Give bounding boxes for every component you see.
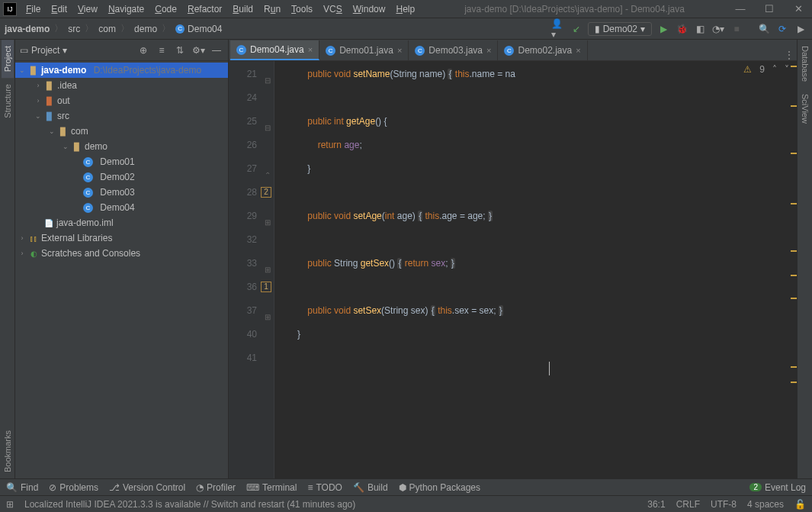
tool-profiler[interactable]: ◔ Profiler [196,482,236,493]
tree-scratches[interactable]: ›◐Scratches and Consoles [15,246,228,261]
menu-vcs[interactable]: VCS [319,2,347,16]
settings-icon[interactable]: ⚙▾ [191,43,205,57]
tab-demo01[interactable]: CDemo01.java× [319,40,409,60]
tree-idea-label: .idea [57,80,77,91]
tab-label: Demo02.java [518,45,572,56]
maximize-button[interactable]: ☐ [759,3,780,14]
status-indent[interactable]: 4 spaces [747,499,784,510]
close-button[interactable]: ✕ [788,3,809,14]
code-area[interactable]: 21⊟ 24 25⊟ 26 27⌃ 282 29⊞ 32 33⊞ 361 37⊞… [229,61,797,478]
tree-iml[interactable]: 📄java-demo.iml [15,215,228,230]
hide-icon[interactable]: — [210,43,223,57]
crumb-class[interactable]: Demo04 [188,24,222,34]
menu-tools[interactable]: Tools [287,2,317,16]
tree-out-label: out [57,95,70,106]
tool-problems[interactable]: ⊘ Problems [49,482,98,493]
close-icon[interactable]: × [397,46,402,55]
tree-root[interactable]: ⌄▉java-demo D:\IdeaProjects\java-demo [15,63,228,78]
run-button[interactable]: ▶ [656,22,670,36]
ide-features-button[interactable]: ▶ [794,22,807,36]
sig: () { [375,116,387,127]
stop-button[interactable]: ■ [730,22,743,36]
menu-file[interactable]: File [21,2,45,16]
crumb-com[interactable]: com [98,24,116,34]
status-line-separator[interactable]: CRLF [676,499,700,510]
status-readonly-icon[interactable]: 🔓 [794,499,806,510]
tool-find[interactable]: 🔍 Find [6,482,38,493]
tree-demo01[interactable]: C Demo01 [15,154,228,169]
status-window-icon[interactable]: ⊞ [6,499,14,510]
tab-demo03[interactable]: CDemo03.java× [409,40,498,60]
tree-idea[interactable]: ›▉.idea [15,78,228,93]
next-highlight-icon[interactable]: ˅ [785,64,789,75]
crumb-src[interactable]: src [68,24,80,34]
tree-demo[interactable]: ⌄▉demo [15,139,228,154]
tab-demo04[interactable]: CDemo04.java× [230,40,319,60]
status-caret-pos[interactable]: 36:1 [647,499,665,510]
tabs-more-icon[interactable]: ⋮ [782,50,797,60]
menu-build[interactable]: Build [228,2,258,16]
expand-all-icon[interactable]: ≡ [155,43,168,57]
class-icon: C [83,188,93,198]
minimize-button[interactable]: — [730,3,751,14]
tree-demo03[interactable]: C Demo03 [15,185,228,200]
project-view-selector[interactable]: ▭ Project ▾ [20,45,67,56]
search-button[interactable]: 🔍 [757,22,771,36]
tab-label: Demo04.java [250,44,304,55]
menu-view[interactable]: View [73,2,102,16]
status-message[interactable]: Localized IntelliJ IDEA 2021.3.3 is avai… [24,499,355,510]
close-icon[interactable]: × [308,45,313,54]
menu-refactor[interactable]: Refactor [183,2,226,16]
tab-demo02[interactable]: CDemo02.java× [498,40,587,60]
tool-bookmarks-tab[interactable]: Bookmarks [2,424,14,478]
profile-button[interactable]: ◔▾ [711,22,725,36]
tool-python[interactable]: ⬢ Python Packages [399,482,480,493]
menu-help[interactable]: Help [391,2,419,16]
user-icon[interactable]: 👤▾ [551,22,565,36]
inspection-badge[interactable]: ⚠9 ˄ ˅ [743,64,789,75]
tool-structure-tab[interactable]: Structure [2,78,14,124]
menu-navigate[interactable]: Navigate [104,2,149,16]
tree-out[interactable]: ›▉out [15,93,228,108]
tool-vcs[interactable]: ⎇ Version Control [109,482,185,493]
tool-terminal[interactable]: ⌨ Terminal [246,482,297,493]
tool-sciview-tab[interactable]: SciView [799,88,811,130]
main-menu: File Edit View Navigate Code Refactor Bu… [21,2,419,16]
menu-edit[interactable]: Edit [47,2,72,16]
error-stripe[interactable] [791,61,797,478]
tree-com[interactable]: ⌄▉com [15,124,228,139]
debug-button[interactable]: 🐞 [675,22,688,36]
tool-database-tab[interactable]: Database [799,40,811,88]
tool-todo[interactable]: ≡ TODO [307,482,342,493]
coverage-button[interactable]: ◧ [693,22,707,36]
usage-badge[interactable]: 1 [261,282,271,292]
tool-build[interactable]: 🔨 Build [353,482,388,493]
type: String [334,258,361,269]
select-opened-file-icon[interactable]: ⊕ [136,43,150,57]
close-icon[interactable]: × [576,46,580,55]
menu-code[interactable]: Code [150,2,181,16]
prev-highlight-icon[interactable]: ˄ [772,64,777,75]
expr: .sex = sex; [452,305,499,316]
code-text[interactable]: public void setName(String name) { this.… [274,61,797,478]
tool-project-tab[interactable]: Project [2,40,14,78]
crumb-demo[interactable]: demo [134,24,157,34]
usage-badge[interactable]: 2 [261,187,271,198]
tree-demo04[interactable]: C Demo04 [15,200,228,215]
menu-window[interactable]: Window [348,2,390,16]
tree-demo04-label: Demo04 [100,202,134,213]
status-encoding[interactable]: UTF-8 [711,499,737,510]
close-icon[interactable]: × [486,46,491,55]
method: getSex [361,258,389,269]
tree-demo02[interactable]: C Demo02 [15,169,228,185]
run-config-selector[interactable]: ▮ Demo02 ▾ [588,22,652,36]
tree-external[interactable]: ›⫿⫿External Libraries [15,230,228,246]
menu-run[interactable]: Run [259,2,285,16]
vcs-update-icon[interactable]: ↙ [570,22,583,36]
params: (String name) [390,69,448,79]
sync-button[interactable]: ⟳ [775,22,789,36]
tool-eventlog[interactable]: 2 Event Log [749,482,806,493]
crumb-project[interactable]: java-demo [5,24,50,34]
tree-src[interactable]: ⌄▉src [15,108,228,124]
collapse-all-icon[interactable]: ⇅ [173,43,187,57]
